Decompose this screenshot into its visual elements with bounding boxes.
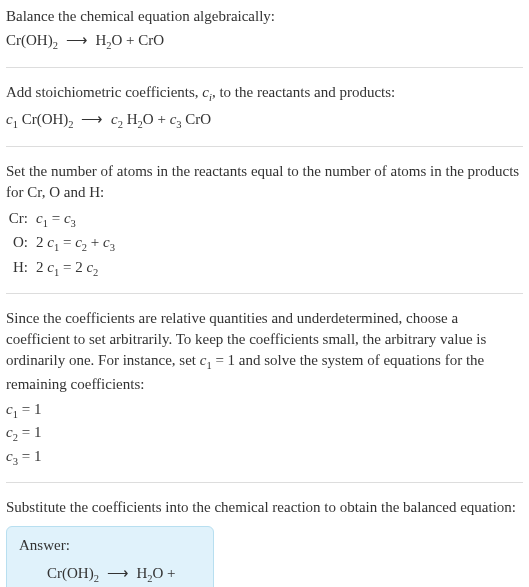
coef: c: [47, 259, 54, 275]
table-row: O: 2 c1 = c2 + c3: [6, 231, 523, 256]
balanced-equation: Cr(OH)2 ⟶ H2O + CrO: [19, 564, 201, 587]
eq-rhs-h: H: [136, 565, 147, 581]
coef-sub: 2: [93, 267, 98, 278]
element-label: Cr:: [6, 207, 36, 230]
section-solve: Since the coefficients are relative quan…: [6, 308, 523, 483]
coef: c: [6, 111, 13, 127]
unbalanced-equation: Cr(OH)2 ⟶ H2O + CrO: [6, 31, 523, 51]
coef: c: [6, 448, 13, 464]
step-text: Since the coefficients are relative quan…: [6, 308, 523, 395]
coefficient-equation: c1 Cr(OH)2 ⟶ c2 H2O + c3 CrO: [6, 110, 523, 130]
pre: 2: [36, 234, 47, 250]
eq-rhs-rest: O + CrO: [112, 32, 165, 48]
coef: c: [6, 424, 13, 440]
solution-row: c3 = 1: [6, 446, 523, 470]
section-atom-balance: Set the number of atoms in the reactants…: [6, 161, 523, 294]
table-row: Cr: c1 = c3: [6, 207, 523, 232]
coef-sub: 3: [110, 242, 115, 253]
eq-sign: = 2: [59, 259, 86, 275]
coef: c: [103, 234, 110, 250]
coef: c: [6, 401, 13, 417]
balance-table: Cr: c1 = c3 O: 2 c1 = c2 + c3 H: 2 c1 = …: [6, 207, 523, 281]
eq-sign: =: [59, 234, 75, 250]
coef-val: = 1: [18, 448, 41, 464]
arrow-icon: ⟶: [77, 111, 107, 127]
eq-lhs: Cr(OH): [6, 32, 53, 48]
eq-rhs-h: H: [95, 32, 106, 48]
text-part: Add stoichiometric coefficients,: [6, 84, 202, 100]
section-problem: Balance the chemical equation algebraica…: [6, 6, 523, 68]
coef-val: = 1: [18, 424, 41, 440]
coef-sub: 3: [71, 218, 76, 229]
problem-text: Balance the chemical equation algebraica…: [6, 6, 523, 27]
coef: c: [47, 234, 54, 250]
section-answer: Substitute the coefficients into the che…: [6, 497, 523, 587]
species: CrO: [182, 111, 212, 127]
coef: c: [111, 111, 118, 127]
species-o: O +: [143, 111, 170, 127]
step-text: Add stoichiometric coefficients, ci, to …: [6, 82, 523, 106]
eq-sign: =: [48, 210, 64, 226]
answer-box: Answer: Cr(OH)2 ⟶ H2O + CrO: [6, 526, 214, 587]
species: H: [123, 111, 138, 127]
balance-eq: c1 = c3: [36, 207, 76, 232]
element-label: O:: [6, 231, 36, 254]
var-c: c: [202, 84, 209, 100]
arrow-icon: ⟶: [62, 32, 92, 48]
plus: +: [87, 234, 103, 250]
element-label: H:: [6, 256, 36, 279]
eq-lhs: Cr(OH): [47, 565, 94, 581]
balance-eq: 2 c1 = 2 c2: [36, 256, 98, 281]
coef: c: [75, 234, 82, 250]
eq-sub: 2: [94, 573, 99, 584]
solution-row: c2 = 1: [6, 422, 523, 446]
coef: c: [36, 210, 43, 226]
section-coefficients: Add stoichiometric coefficients, ci, to …: [6, 82, 523, 147]
species: Cr(OH): [18, 111, 68, 127]
solution-list: c1 = 1 c2 = 1 c3 = 1: [6, 399, 523, 470]
coef-val: = 1: [18, 401, 41, 417]
balance-eq: 2 c1 = c2 + c3: [36, 231, 115, 256]
step-text: Set the number of atoms in the reactants…: [6, 161, 523, 203]
step-text: Substitute the coefficients into the che…: [6, 497, 523, 518]
arrow-icon: ⟶: [103, 565, 133, 581]
pre: 2: [36, 259, 47, 275]
solution-row: c1 = 1: [6, 399, 523, 423]
eq-sub: 2: [53, 40, 58, 51]
text-part: , to the reactants and products:: [212, 84, 395, 100]
answer-label: Answer:: [19, 537, 201, 554]
species-sub: 2: [68, 119, 73, 130]
coef: c: [64, 210, 71, 226]
table-row: H: 2 c1 = 2 c2: [6, 256, 523, 281]
